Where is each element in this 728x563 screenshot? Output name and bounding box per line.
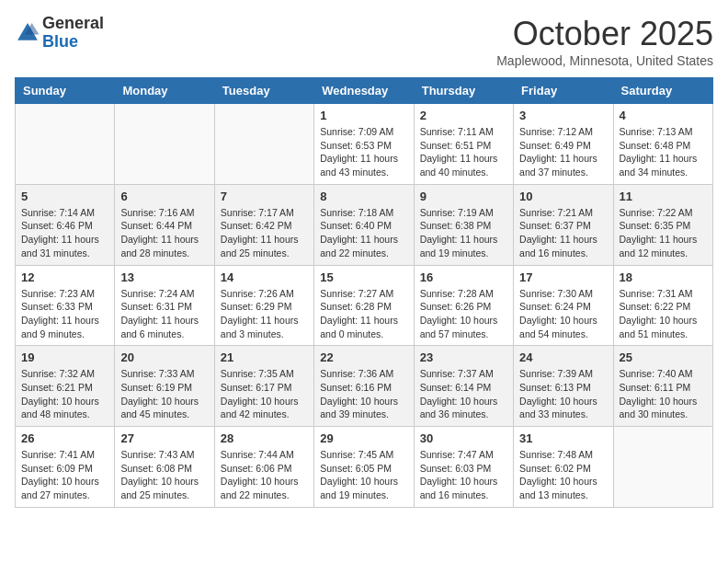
week-row-2: 5Sunrise: 7:14 AMSunset: 6:46 PMDaylight… xyxy=(16,184,713,265)
calendar-cell: 15Sunrise: 7:27 AMSunset: 6:28 PMDayligh… xyxy=(314,265,414,346)
day-info: Sunrise: 7:13 AMSunset: 6:48 PMDaylight:… xyxy=(620,125,707,179)
calendar-cell: 1Sunrise: 7:09 AMSunset: 6:53 PMDaylight… xyxy=(314,104,414,185)
page-header: General Blue October 2025 Maplewood, Min… xyxy=(15,15,713,68)
calendar-cell: 22Sunrise: 7:36 AMSunset: 6:16 PMDayligh… xyxy=(314,346,414,427)
day-info: Sunrise: 7:16 AMSunset: 6:44 PMDaylight:… xyxy=(120,206,208,260)
day-number: 10 xyxy=(519,190,607,203)
day-number: 24 xyxy=(519,350,607,364)
calendar-cell: 10Sunrise: 7:21 AMSunset: 6:37 PMDayligh… xyxy=(514,184,613,265)
calendar-cell: 12Sunrise: 7:23 AMSunset: 6:33 PMDayligh… xyxy=(16,265,115,346)
day-header-thursday: Thursday xyxy=(414,78,513,104)
logo-text: General Blue xyxy=(42,15,104,52)
calendar-cell: 14Sunrise: 7:26 AMSunset: 6:29 PMDayligh… xyxy=(214,265,313,346)
calendar-cell: 11Sunrise: 7:22 AMSunset: 6:35 PMDayligh… xyxy=(613,184,712,265)
day-info: Sunrise: 7:12 AMSunset: 6:49 PMDaylight:… xyxy=(519,125,607,179)
calendar-cell: 2Sunrise: 7:11 AMSunset: 6:51 PMDaylight… xyxy=(414,104,513,185)
calendar-cell: 25Sunrise: 7:40 AMSunset: 6:11 PMDayligh… xyxy=(613,346,712,427)
day-number: 22 xyxy=(320,350,407,364)
day-info: Sunrise: 7:21 AMSunset: 6:37 PMDaylight:… xyxy=(519,206,607,260)
logo-icon xyxy=(15,20,40,46)
day-number: 2 xyxy=(420,109,507,122)
day-number: 30 xyxy=(420,431,507,445)
calendar-cell xyxy=(115,104,214,185)
calendar-cell: 20Sunrise: 7:33 AMSunset: 6:19 PMDayligh… xyxy=(115,346,214,427)
day-number: 16 xyxy=(420,270,507,284)
calendar-cell: 5Sunrise: 7:14 AMSunset: 6:46 PMDaylight… xyxy=(16,184,115,265)
day-number: 29 xyxy=(320,431,407,445)
day-info: Sunrise: 7:43 AMSunset: 6:08 PMDaylight:… xyxy=(120,448,208,502)
day-info: Sunrise: 7:40 AMSunset: 6:11 PMDaylight:… xyxy=(620,367,707,421)
calendar-cell: 17Sunrise: 7:30 AMSunset: 6:24 PMDayligh… xyxy=(514,265,613,346)
day-number: 7 xyxy=(221,190,308,203)
calendar-cell: 7Sunrise: 7:17 AMSunset: 6:42 PMDaylight… xyxy=(214,184,313,265)
day-number: 18 xyxy=(620,270,707,284)
calendar-cell: 23Sunrise: 7:37 AMSunset: 6:14 PMDayligh… xyxy=(414,346,513,427)
day-info: Sunrise: 7:09 AMSunset: 6:53 PMDaylight:… xyxy=(320,125,407,179)
day-info: Sunrise: 7:37 AMSunset: 6:14 PMDaylight:… xyxy=(420,367,507,421)
day-header-wednesday: Wednesday xyxy=(314,78,414,104)
day-number: 19 xyxy=(21,350,108,364)
day-number: 21 xyxy=(221,350,308,364)
day-number: 3 xyxy=(519,109,607,122)
logo-blue: Blue xyxy=(42,32,78,51)
title-block: October 2025 Maplewood, Minnesota, Unite… xyxy=(496,15,713,68)
logo: General Blue xyxy=(15,15,104,52)
week-row-3: 12Sunrise: 7:23 AMSunset: 6:33 PMDayligh… xyxy=(16,265,713,346)
location: Maplewood, Minnesota, United States xyxy=(496,53,713,68)
week-row-5: 26Sunrise: 7:41 AMSunset: 6:09 PMDayligh… xyxy=(16,427,713,508)
month-title: October 2025 xyxy=(496,15,713,53)
day-info: Sunrise: 7:31 AMSunset: 6:22 PMDaylight:… xyxy=(620,287,707,341)
day-info: Sunrise: 7:44 AMSunset: 6:06 PMDaylight:… xyxy=(221,448,308,502)
calendar-table: SundayMondayTuesdayWednesdayThursdayFrid… xyxy=(15,77,713,508)
calendar-cell: 9Sunrise: 7:19 AMSunset: 6:38 PMDaylight… xyxy=(414,184,513,265)
day-header-saturday: Saturday xyxy=(613,78,712,104)
calendar-cell: 30Sunrise: 7:47 AMSunset: 6:03 PMDayligh… xyxy=(414,427,513,508)
day-number: 1 xyxy=(320,109,407,122)
day-number: 17 xyxy=(519,270,607,284)
day-info: Sunrise: 7:24 AMSunset: 6:31 PMDaylight:… xyxy=(120,287,208,341)
day-info: Sunrise: 7:39 AMSunset: 6:13 PMDaylight:… xyxy=(519,367,607,421)
day-number: 5 xyxy=(21,190,108,203)
calendar-cell xyxy=(214,104,313,185)
calendar-cell: 31Sunrise: 7:48 AMSunset: 6:02 PMDayligh… xyxy=(514,427,613,508)
day-header-monday: Monday xyxy=(115,78,214,104)
calendar-cell: 6Sunrise: 7:16 AMSunset: 6:44 PMDaylight… xyxy=(115,184,214,265)
calendar-cell xyxy=(16,104,115,185)
calendar-cell: 13Sunrise: 7:24 AMSunset: 6:31 PMDayligh… xyxy=(115,265,214,346)
calendar-header-row: SundayMondayTuesdayWednesdayThursdayFrid… xyxy=(16,78,713,104)
day-number: 20 xyxy=(120,350,208,364)
day-info: Sunrise: 7:19 AMSunset: 6:38 PMDaylight:… xyxy=(420,206,507,260)
day-info: Sunrise: 7:32 AMSunset: 6:21 PMDaylight:… xyxy=(21,367,108,421)
day-info: Sunrise: 7:27 AMSunset: 6:28 PMDaylight:… xyxy=(320,287,407,341)
calendar-cell: 21Sunrise: 7:35 AMSunset: 6:17 PMDayligh… xyxy=(214,346,313,427)
day-number: 15 xyxy=(320,270,407,284)
day-info: Sunrise: 7:48 AMSunset: 6:02 PMDaylight:… xyxy=(519,448,607,502)
day-number: 4 xyxy=(620,109,707,122)
logo-general: General xyxy=(42,14,104,32)
day-header-tuesday: Tuesday xyxy=(214,78,313,104)
week-row-1: 1Sunrise: 7:09 AMSunset: 6:53 PMDaylight… xyxy=(16,104,713,185)
day-number: 31 xyxy=(519,431,607,445)
day-number: 25 xyxy=(620,350,707,364)
day-info: Sunrise: 7:35 AMSunset: 6:17 PMDaylight:… xyxy=(221,367,308,421)
calendar-cell: 4Sunrise: 7:13 AMSunset: 6:48 PMDaylight… xyxy=(613,104,712,185)
day-info: Sunrise: 7:41 AMSunset: 6:09 PMDaylight:… xyxy=(21,448,108,502)
day-number: 28 xyxy=(221,431,308,445)
day-info: Sunrise: 7:28 AMSunset: 6:26 PMDaylight:… xyxy=(420,287,507,341)
day-info: Sunrise: 7:17 AMSunset: 6:42 PMDaylight:… xyxy=(221,206,308,260)
day-info: Sunrise: 7:22 AMSunset: 6:35 PMDaylight:… xyxy=(620,206,707,260)
day-number: 12 xyxy=(21,270,108,284)
day-number: 27 xyxy=(120,431,208,445)
calendar-cell xyxy=(613,427,712,508)
day-header-sunday: Sunday xyxy=(16,78,115,104)
calendar-cell: 8Sunrise: 7:18 AMSunset: 6:40 PMDaylight… xyxy=(314,184,414,265)
day-info: Sunrise: 7:47 AMSunset: 6:03 PMDaylight:… xyxy=(420,448,507,502)
calendar-cell: 26Sunrise: 7:41 AMSunset: 6:09 PMDayligh… xyxy=(16,427,115,508)
calendar-cell: 24Sunrise: 7:39 AMSunset: 6:13 PMDayligh… xyxy=(514,346,613,427)
day-info: Sunrise: 7:26 AMSunset: 6:29 PMDaylight:… xyxy=(221,287,308,341)
day-number: 23 xyxy=(420,350,507,364)
calendar-cell: 18Sunrise: 7:31 AMSunset: 6:22 PMDayligh… xyxy=(613,265,712,346)
day-number: 26 xyxy=(21,431,108,445)
day-info: Sunrise: 7:45 AMSunset: 6:05 PMDaylight:… xyxy=(320,448,407,502)
day-number: 11 xyxy=(620,190,707,203)
